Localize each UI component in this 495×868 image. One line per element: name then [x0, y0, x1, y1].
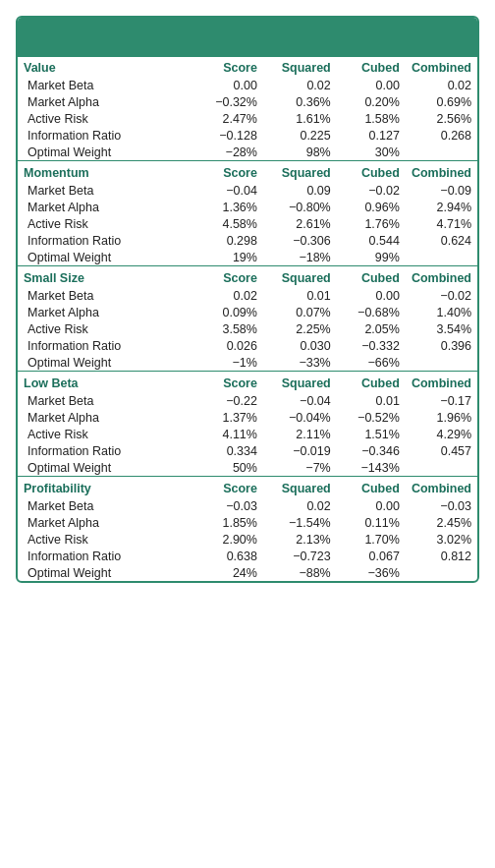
section-header: ValueScoreSquaredCubedCombined [18, 57, 477, 77]
section-header: MomentumScoreSquaredCubedCombined [18, 161, 477, 183]
table-title [18, 18, 477, 57]
table-row: Optimal Weight19%−18%99% [18, 249, 477, 266]
table-row: Market Beta0.000.020.000.02 [18, 77, 477, 93]
section-header: Low BetaScoreSquaredCubedCombined [18, 372, 477, 393]
table-row: Optimal Weight24%−88%−36% [18, 564, 477, 581]
section-header: ProfitabilityScoreSquaredCubedCombined [18, 477, 477, 498]
table-row: Information Ratio0.334−0.019−0.3460.457 [18, 442, 477, 459]
table-row: Market Beta−0.040.09−0.02−0.09 [18, 182, 477, 199]
table-row: Active Risk2.47%1.61%1.58%2.56% [18, 110, 477, 127]
table-row: Optimal Weight−1%−33%−66% [18, 354, 477, 372]
table-row: Information Ratio−0.1280.2250.1270.268 [18, 127, 477, 144]
table-row: Market Beta0.020.010.00−0.02 [18, 287, 477, 304]
table-row: Active Risk2.90%2.13%1.70%3.02% [18, 531, 477, 548]
table-row: Active Risk3.58%2.25%2.05%3.54% [18, 320, 477, 337]
table-row: Market Beta−0.22−0.040.01−0.17 [18, 392, 477, 409]
table-row: Market Alpha1.36%−0.80%0.96%2.94% [18, 199, 477, 215]
table-row: Market Alpha1.85%−1.54%0.11%2.45% [18, 514, 477, 531]
table-row: Information Ratio0.298−0.3060.5440.624 [18, 232, 477, 249]
table-row: Information Ratio0.0260.030−0.3320.396 [18, 337, 477, 354]
data-table: ValueScoreSquaredCubedCombinedMarket Bet… [18, 57, 477, 581]
table-row: Optimal Weight−28%98%30% [18, 144, 477, 161]
table-row: Market Beta−0.030.020.00−0.03 [18, 497, 477, 514]
table-row: Market Alpha1.37%−0.04%−0.52%1.96% [18, 409, 477, 426]
table-row: Optimal Weight50%−7%−143% [18, 459, 477, 477]
section-header: Small SizeScoreSquaredCubedCombined [18, 266, 477, 288]
table-row: Active Risk4.11%2.11%1.51%4.29% [18, 426, 477, 442]
table-row: Information Ratio0.638−0.7230.0670.812 [18, 548, 477, 564]
table-container: ValueScoreSquaredCubedCombinedMarket Bet… [16, 16, 479, 583]
table-row: Market Alpha0.09%0.07%−0.68%1.40% [18, 304, 477, 320]
table-row: Active Risk4.58%2.61%1.76%4.71% [18, 215, 477, 232]
table-row: Market Alpha−0.32%0.36%0.20%0.69% [18, 93, 477, 110]
